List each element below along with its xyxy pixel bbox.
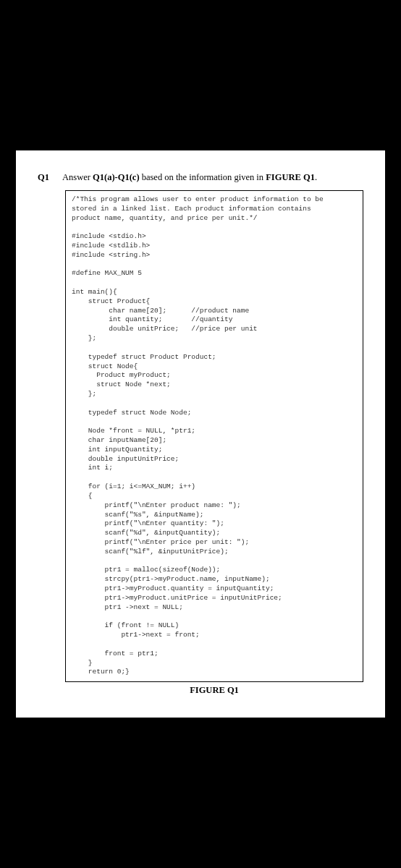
document-page: Q1 Answer Q1(a)-Q1(c) based on the infor… bbox=[16, 150, 385, 718]
prompt-bold1: Q1(a)-Q1(c) bbox=[93, 172, 140, 182]
prompt-pre: Answer bbox=[62, 172, 93, 182]
prompt-post: . bbox=[315, 172, 317, 182]
code-figure-box: /*This program allows user to enter prod… bbox=[65, 190, 363, 682]
question-header: Q1 Answer Q1(a)-Q1(c) based on the infor… bbox=[38, 172, 363, 183]
prompt-mid: based on the information given in bbox=[140, 172, 266, 182]
prompt-bold2: FIGURE Q1 bbox=[266, 172, 315, 182]
figure-caption: FIGURE Q1 bbox=[65, 685, 363, 696]
question-text: Answer Q1(a)-Q1(c) based on the informat… bbox=[62, 172, 363, 183]
question-label: Q1 bbox=[38, 172, 49, 183]
